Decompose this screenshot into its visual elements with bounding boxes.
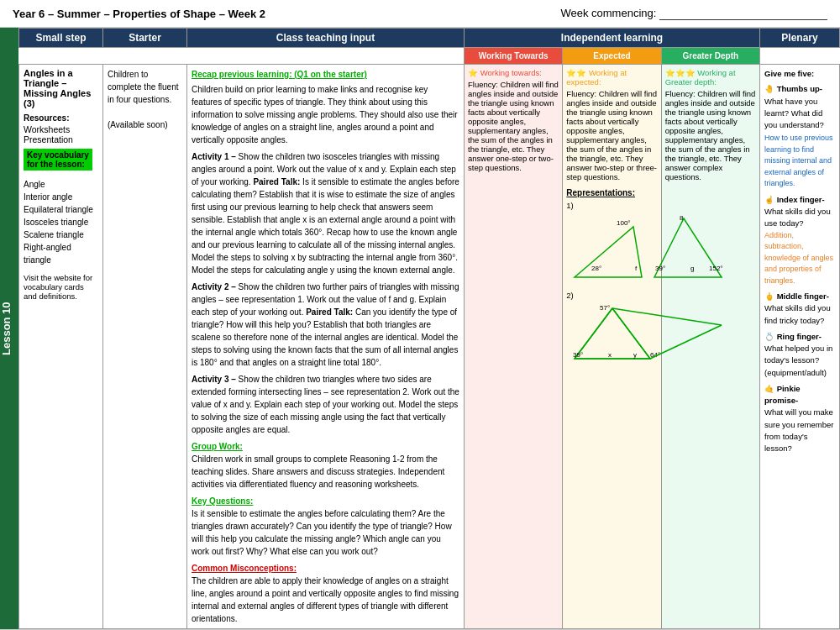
resource-worksheets: Worksheets <box>24 124 98 134</box>
col-header-independent: Independent learning <box>465 29 760 48</box>
recap-text: Children build on prior learning to make… <box>192 83 459 146</box>
col-expected: Expected <box>563 48 661 65</box>
rep1-label: 1) <box>566 201 657 210</box>
plenary-cell: Give me five: 🤚 Thumbs up- What have you… <box>760 65 840 629</box>
starter-cell: Children to complete the fluent in four … <box>103 65 187 629</box>
class-teaching-cell: Recap previous learning: (Q1 on the star… <box>187 65 465 629</box>
representation-1-svg: 28° 100° f 39° 8 152° g <box>566 210 726 286</box>
activity2: Activity 2 – Show the children two furth… <box>192 281 459 369</box>
visit-text: Visit the website for vocabulary cards a… <box>24 273 98 301</box>
recap-header: Recap previous learning: (Q1 on the star… <box>192 68 459 81</box>
group-work: Group Work: Children work in small group… <box>192 440 459 491</box>
representation-2-svg: 39° 57° y x 64° <box>566 300 726 375</box>
svg-line-18 <box>650 325 722 359</box>
col-header-starter: Starter <box>103 29 187 48</box>
activity3: Activity 3 – Show the children two trian… <box>192 373 459 436</box>
key-questions: Key Questions: Is it sensible to estimat… <box>192 495 459 558</box>
lesson-number: Lesson 10 <box>0 28 18 629</box>
representations-label: Representations: <box>566 188 657 197</box>
svg-text:y: y <box>633 351 637 359</box>
svg-text:152°: 152° <box>709 265 723 272</box>
svg-text:57°: 57° <box>600 304 610 312</box>
svg-text:100°: 100° <box>617 219 631 227</box>
svg-marker-0 <box>575 227 642 277</box>
svg-text:28°: 28° <box>591 265 601 272</box>
lesson-title: Angles in a Triangle – Missing Angles (3… <box>24 68 98 108</box>
svg-text:g: g <box>690 265 694 272</box>
svg-text:f: f <box>635 265 638 272</box>
col-header-plenary: Plenary <box>760 29 840 48</box>
resource-presentation: Presentation <box>24 134 98 144</box>
page-title: Year 6 – Summer – Properties of Shape – … <box>13 8 265 20</box>
expected-cell: ⭐⭐ Working at expected: Fluency: Childre… <box>563 65 661 629</box>
key-vocab-label: Key vocabularyfor the lesson: <box>24 149 92 171</box>
resources-label: Resources: <box>24 113 98 123</box>
small-step-cell: Angles in a Triangle – Missing Angles (3… <box>19 65 103 629</box>
rep2-label: 2) <box>566 291 657 300</box>
col-header-class: Class teaching input <box>187 29 465 48</box>
svg-line-11 <box>612 308 650 359</box>
working-towards-cell: ⭐ Working towards: Fluency: Children wil… <box>465 65 563 629</box>
svg-text:8: 8 <box>680 214 684 222</box>
how-to-use-text: How to use previous learning to find mis… <box>764 133 835 190</box>
svg-marker-9 <box>575 308 650 359</box>
addition-text: Addition, subtraction, knowledge of angl… <box>764 230 835 287</box>
misconceptions: Common Misconceptions: The children are … <box>192 562 459 625</box>
svg-text:x: x <box>608 351 612 359</box>
activity1: Activity 1 – Show the children two isosc… <box>192 150 459 276</box>
col-working-towards: Working Towards <box>465 48 563 65</box>
svg-text:39°: 39° <box>655 265 665 272</box>
week-commencing: Week commencing: <box>560 7 827 20</box>
col-greater-depth: Greater Depth <box>661 48 759 65</box>
col-header-small-step: Small step <box>19 29 103 48</box>
vocab-list: Angle Interior angle Equilateral triangl… <box>24 178 98 266</box>
svg-text:39°: 39° <box>573 351 583 359</box>
svg-line-19 <box>612 308 722 325</box>
